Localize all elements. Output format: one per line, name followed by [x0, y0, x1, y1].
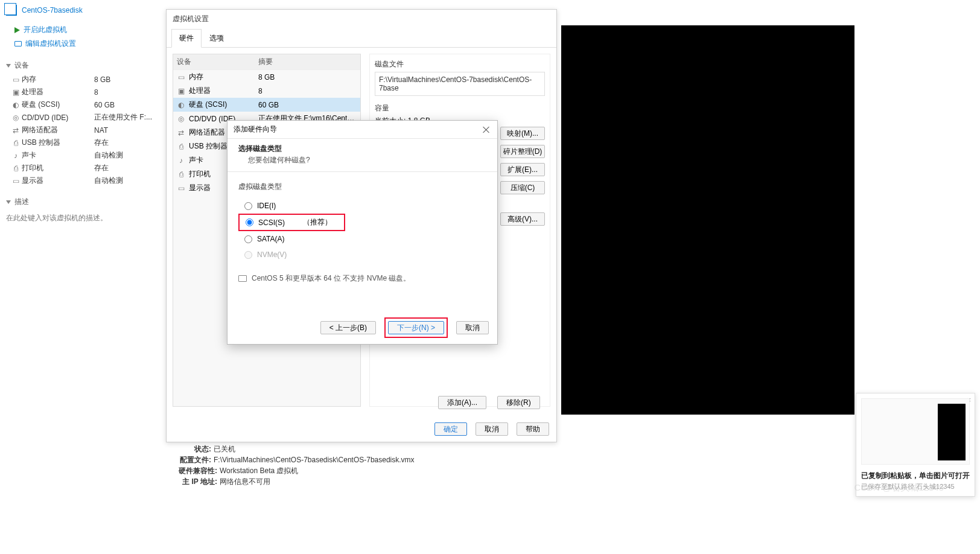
- hw-name: 网络适配器: [22, 125, 94, 135]
- hw-name: USB 控制器: [22, 138, 94, 148]
- close-icon[interactable]: [482, 125, 491, 135]
- hardware-row[interactable]: ♪声卡自动检测: [10, 149, 160, 162]
- clipboard-toast[interactable]: × 已复制到粘贴板，单击图片可打开 已保存至默认路径 石头城12345: [856, 393, 975, 497]
- hw-icon: ◎: [10, 113, 22, 122]
- capacity-label: 容量: [375, 103, 545, 113]
- device-icon: ◎: [177, 115, 185, 123]
- add-device-button[interactable]: 添加(A)...: [438, 396, 486, 409]
- vm-title: CentOS-7basedisk: [6, 5, 160, 16]
- device-name: 打印机: [189, 169, 211, 179]
- hardware-row[interactable]: ⇄网络适配器NAT: [10, 124, 160, 136]
- disk-type-group-label: 虚拟磁盘类型: [238, 182, 486, 192]
- hw-name: 打印机: [22, 163, 94, 173]
- hw-value: 正在使用文件 F:...: [94, 112, 152, 123]
- radio-ide-label: IDE(I): [257, 202, 276, 210]
- toast-title: 已复制到粘贴板，单击图片可打开: [861, 471, 970, 481]
- hw-value: 8 GB: [94, 75, 110, 84]
- device-name: 处理器: [189, 86, 211, 96]
- vm-status-block: 状态:已关机 配置文件:F:\VirtualMachines\CentOS-7b…: [173, 444, 415, 487]
- hw-value: 60 GB: [94, 101, 115, 109]
- radio-nvme-label: NVMe(V): [257, 250, 287, 259]
- hardware-list: ▭内存8 GB▣处理器8◐硬盘 (SCSI)60 GB◎CD/DVD (IDE)…: [6, 73, 160, 187]
- edit-vm-link[interactable]: 编辑虚拟机设置: [6, 37, 160, 51]
- radio-nvme: NVMe(V): [238, 247, 486, 263]
- hw-name: 声卡: [22, 150, 94, 161]
- hw-value: 存在: [94, 138, 109, 148]
- desc-placeholder[interactable]: 在此处键入对该虚拟机的描述。: [6, 209, 160, 223]
- expand-button[interactable]: 扩展(E)...: [500, 163, 545, 176]
- advanced-button[interactable]: 高级(V)...: [500, 212, 545, 226]
- radio-ide-input[interactable]: [244, 202, 252, 210]
- device-icon: ⎙: [177, 142, 185, 151]
- device-row[interactable]: ◐硬盘 (SCSI)60 GB: [173, 98, 360, 112]
- ok-button[interactable]: 确定: [434, 422, 467, 436]
- chevron-down-icon: [6, 200, 11, 204]
- disk-file-value: F:\VirtualMachines\CentOS-7basedisk\Cent…: [375, 72, 545, 96]
- scsi-recommended: （推荐）: [303, 217, 332, 228]
- hardware-row[interactable]: ▭内存8 GB: [10, 73, 160, 86]
- scsi-highlight-box: SCSI(S) （推荐）: [238, 214, 345, 231]
- radio-scsi[interactable]: SCSI(S): [246, 218, 285, 227]
- wizard-cancel-button[interactable]: 取消: [456, 321, 489, 334]
- radio-sata[interactable]: SATA(A): [238, 231, 486, 247]
- vm-sidebar: CentOS-7basedisk 开启此虚拟机 编辑虚拟机设置 设备 ▭内存8 …: [0, 0, 166, 228]
- radio-ide[interactable]: IDE(I): [238, 198, 486, 214]
- remove-device-button[interactable]: 移除(R): [497, 396, 540, 409]
- hardware-row[interactable]: ⎙打印机存在: [10, 162, 160, 174]
- device-name: 内存: [189, 72, 203, 82]
- device-icon: ♪: [177, 156, 185, 165]
- col-device: 设备: [177, 57, 258, 67]
- hw-name: 内存: [22, 74, 94, 84]
- radio-sata-input[interactable]: [244, 235, 252, 243]
- status-ip-val: 网络信息不可用: [220, 476, 270, 487]
- wizard-back-button[interactable]: < 上一步(B): [320, 321, 376, 334]
- radio-scsi-input[interactable]: [246, 218, 253, 226]
- status-config-val: F:\VirtualMachines\CentOS-7basedisk\Cent…: [214, 454, 415, 465]
- defrag-button[interactable]: 碎片整理(D): [500, 145, 545, 158]
- start-vm-link[interactable]: 开启此虚拟机: [6, 23, 160, 37]
- desc-section-header[interactable]: 描述: [6, 197, 160, 207]
- status-state-val: 已关机: [214, 444, 235, 454]
- devices-label: 设备: [14, 60, 29, 71]
- device-row[interactable]: ▣处理器8: [173, 84, 360, 98]
- nvme-info: CentOS 5 和更早版本 64 位 不支持 NVMe 磁盘。: [238, 273, 486, 284]
- hw-value: NAT: [94, 126, 108, 135]
- play-icon: [14, 27, 20, 33]
- hw-name: 处理器: [22, 87, 94, 97]
- help-button[interactable]: 帮助: [517, 422, 549, 436]
- tab-hardware[interactable]: 硬件: [171, 29, 202, 48]
- hw-value: 8: [94, 88, 98, 97]
- cancel-button[interactable]: 取消: [476, 422, 508, 436]
- wizard-next-button[interactable]: 下一步(N) >: [388, 321, 444, 334]
- hw-value: 自动检测: [94, 150, 123, 161]
- hardware-row[interactable]: ▭显示器自动检测: [10, 174, 160, 187]
- device-icon: ⇄: [177, 129, 185, 137]
- hardware-row[interactable]: ◎CD/DVD (IDE)正在使用文件 F:...: [10, 111, 160, 124]
- hw-name: 硬盘 (SCSI): [22, 100, 94, 110]
- toast-thumbnail[interactable]: [861, 398, 970, 465]
- device-name: 网络适配器: [189, 127, 225, 138]
- vm-icon: [6, 5, 17, 16]
- device-icon: ▣: [177, 87, 185, 95]
- hw-icon: ⎙: [10, 139, 22, 147]
- hw-icon: ⇄: [10, 126, 22, 135]
- device-name: 硬盘 (SCSI): [189, 100, 227, 110]
- map-button[interactable]: 映射(M)...: [500, 127, 545, 140]
- device-name: 显示器: [189, 183, 211, 193]
- hardware-row[interactable]: ▣处理器8: [10, 86, 160, 98]
- chevron-down-icon: [6, 64, 11, 68]
- compress-button[interactable]: 压缩(C): [500, 181, 545, 194]
- devices-section-header[interactable]: 设备: [6, 60, 160, 71]
- device-name: 声卡: [189, 155, 203, 165]
- device-icon: ◐: [177, 101, 185, 109]
- device-summary: 60 GB: [258, 101, 357, 109]
- hardware-row[interactable]: ⎙USB 控制器存在: [10, 136, 160, 149]
- device-icon: ⎙: [177, 170, 185, 179]
- hw-icon: ♪: [10, 151, 22, 160]
- hw-icon: ▭: [10, 177, 22, 185]
- device-row[interactable]: ▭内存8 GB: [173, 70, 360, 84]
- tab-options[interactable]: 选项: [202, 29, 232, 48]
- hardware-row[interactable]: ◐硬盘 (SCSI)60 GB: [10, 98, 160, 111]
- hw-icon: ▭: [10, 75, 22, 84]
- hw-icon: ◐: [10, 101, 22, 109]
